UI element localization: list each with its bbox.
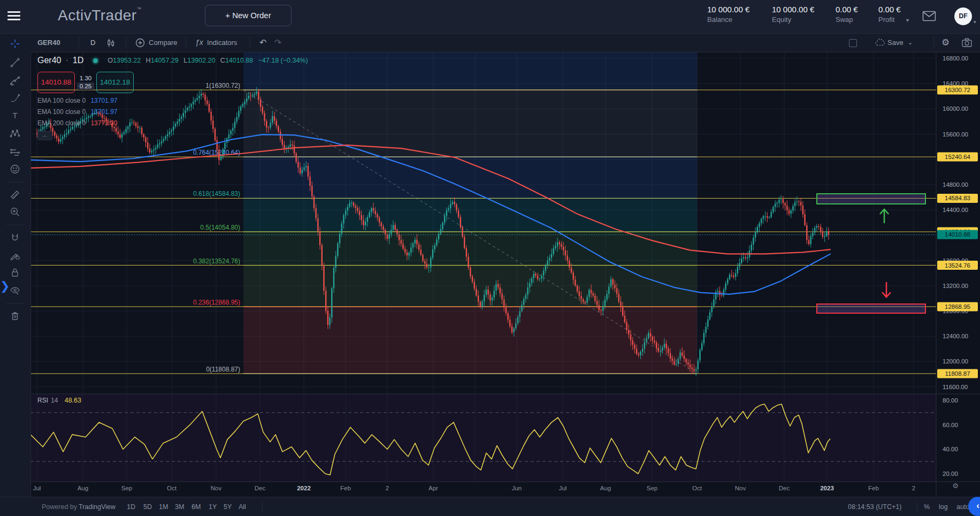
zoom-in-icon [9, 206, 21, 218]
fib-label: 0.5(14054.80) [200, 224, 240, 231]
supply-zone-rect[interactable] [817, 194, 925, 204]
percent-scale-button[interactable]: % [924, 497, 930, 516]
svg-text:Sep: Sep [121, 485, 132, 491]
undo-button[interactable]: ↶ [259, 33, 266, 52]
save-chevron-icon[interactable]: ⌄ [908, 33, 913, 52]
swap-label: Swap [836, 16, 858, 24]
trend-line-icon [9, 57, 21, 69]
settings-gear-icon[interactable]: ⚙ [941, 33, 950, 52]
new-order-button[interactable]: + New Order [205, 5, 292, 26]
compare-button[interactable]: Compare [149, 33, 177, 52]
svg-text:Feb: Feb [868, 485, 879, 491]
svg-text:Aug: Aug [78, 485, 88, 491]
spread-high: 1.30 [75, 75, 96, 81]
emoji-icon [9, 163, 21, 175]
spread-display: 1.30 0.25 [75, 75, 96, 90]
panel-expand-chevron-icon[interactable]: ❯ [0, 280, 10, 292]
axis-settings-icon[interactable]: ⚙ [952, 482, 959, 490]
interval-button[interactable]: D [90, 33, 95, 52]
multichart-checkbox[interactable] [849, 39, 857, 47]
price-axis[interactable]: 16800.0016400.0016000.0015600.0014800.00… [937, 55, 978, 490]
buy-button[interactable]: 14012.18 [96, 72, 134, 93]
indicator-row-ema100-b[interactable]: EMA 100 close 0 13701.97 [37, 108, 311, 116]
svg-text:Nov: Nov [211, 485, 222, 491]
range-3m-button[interactable]: 3M [175, 497, 184, 516]
range-1d-button[interactable]: 1D [127, 497, 135, 516]
save-button[interactable]: Save [887, 33, 904, 52]
range-5d-button[interactable]: 5D [143, 497, 152, 516]
xabcd-pattern-tool[interactable] [7, 126, 22, 141]
svg-text:15240.64: 15240.64 [945, 154, 971, 160]
trend-line-tool[interactable] [7, 55, 22, 70]
market-status-icon[interactable] [93, 58, 98, 63]
range-1m-button[interactable]: 1M [159, 497, 168, 516]
symbol-button[interactable]: GER40 [37, 33, 60, 52]
indicators-button[interactable]: Indicators [207, 33, 237, 52]
equity-label: Equity [772, 16, 814, 24]
parallel-channel-tool[interactable] [7, 144, 22, 159]
svg-text:13524.76: 13524.76 [945, 262, 970, 269]
svg-text:11600.00: 11600.00 [943, 384, 968, 390]
cloud-save-icon [875, 38, 885, 47]
legend-symbol[interactable]: Ger40 [37, 56, 61, 65]
demand-zone-rect[interactable] [817, 304, 925, 313]
mail-icon[interactable] [922, 10, 936, 22]
equity-value: 10 000.00 € [772, 5, 814, 14]
drawing-lock-tool[interactable] [7, 248, 22, 263]
svg-text:16000.00: 16000.00 [943, 105, 968, 112]
svg-text:2023: 2023 [820, 485, 834, 491]
svg-text:Dec: Dec [255, 485, 266, 491]
range-1y-button[interactable]: 1Y [209, 497, 217, 516]
redo-button[interactable]: ↷ [274, 33, 281, 52]
brush-tool[interactable] [7, 91, 22, 106]
svg-text:11808.87: 11808.87 [945, 370, 970, 377]
lock-all-tool[interactable] [7, 265, 22, 280]
camera-icon[interactable] [961, 37, 973, 48]
svg-text:12400.00: 12400.00 [943, 333, 968, 339]
time-axis[interactable]: JulAugSepOctNovDec2022Feb2AprJunJulAugSe… [33, 485, 916, 491]
menu-icon[interactable] [7, 11, 20, 22]
candles-style-icon[interactable] [105, 37, 116, 48]
auto-scale-button[interactable]: auto [956, 497, 969, 516]
svg-text:14584.83: 14584.83 [945, 195, 970, 201]
magnet-tool[interactable] [7, 230, 22, 245]
svg-text:13200.00: 13200.00 [943, 283, 968, 289]
sell-button[interactable]: 14010.88 [37, 72, 75, 93]
delete-all-tool[interactable] [7, 308, 22, 323]
rsi-pane[interactable] [30, 394, 936, 482]
range-all-button[interactable]: All [239, 497, 246, 516]
balance-value: 10 000.00 € [707, 5, 749, 14]
measure-tool[interactable] [7, 187, 22, 202]
emoji-tool[interactable] [7, 162, 22, 177]
log-scale-button[interactable]: log [939, 497, 948, 516]
fx-icon: ƒx [195, 33, 203, 52]
crosshair-tool[interactable] [7, 36, 22, 51]
fib-label: 0.618(14584.83) [193, 190, 240, 198]
stats-chevron-icon[interactable]: ▾ [906, 17, 909, 23]
range-5y-button[interactable]: 5Y [224, 497, 232, 516]
lock-all-icon [9, 267, 21, 278]
arrow-down-drawing[interactable] [882, 282, 891, 297]
fib-label: 0.382(13524.76) [193, 257, 240, 265]
tradingview-link[interactable]: TradingView [79, 497, 116, 516]
avatar-chevron-icon[interactable]: ▾ [974, 19, 976, 25]
range-6m-button[interactable]: 6M [192, 497, 201, 516]
fib-retracement-tool[interactable] [7, 73, 22, 88]
text-tool[interactable]: T [7, 108, 22, 123]
text-icon: T [9, 110, 21, 122]
svg-text:60.00: 60.00 [943, 422, 958, 428]
indicator-row-ema200[interactable]: EMA 200 close 0 13773.30 [37, 119, 311, 127]
chart-legend: Ger40 · 1D O13953.22 H14057.29 L13902.20… [37, 56, 311, 140]
zoom-in-tool[interactable] [7, 204, 22, 219]
svg-text:Jun: Jun [512, 485, 522, 491]
rsi-legend[interactable]: RSI14 48.63 [37, 397, 81, 404]
avatar[interactable]: DF [954, 7, 972, 25]
svg-text:40.00: 40.00 [943, 446, 958, 452]
hide-all-icon [9, 284, 21, 296]
arrow-up-drawing[interactable] [880, 209, 889, 223]
brand-logo: ActivTrader™ [58, 6, 142, 24]
chart-toolbar: GER40 D Compare ƒx Indicators ↶ ↷ Save ⌄… [30, 33, 980, 52]
indicator-row-ema100-a[interactable]: EMA 100 close 0 13701.97 [37, 97, 311, 104]
svg-text:2: 2 [912, 485, 915, 491]
legend-collapse-button[interactable]: ︿ [37, 131, 52, 140]
